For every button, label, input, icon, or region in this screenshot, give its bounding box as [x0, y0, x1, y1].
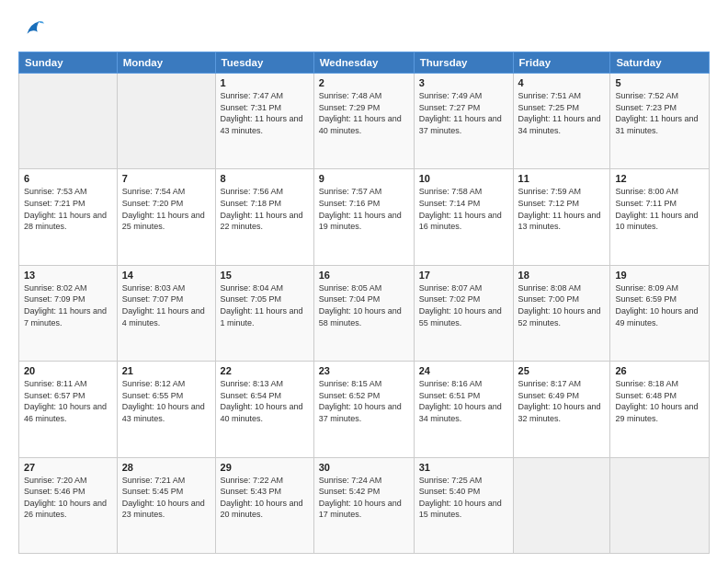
day-number: 2	[319, 77, 409, 88]
weekday-sunday: Sunday	[19, 52, 118, 74]
week-row-4: 20Sunrise: 8:11 AMSunset: 6:57 PMDayligh…	[19, 362, 710, 457]
day-number: 5	[615, 77, 704, 88]
day-info: Sunrise: 8:17 AMSunset: 6:49 PMDaylight:…	[518, 378, 606, 424]
calendar-cell	[513, 457, 610, 553]
day-info: Sunrise: 7:52 AMSunset: 7:23 PMDaylight:…	[615, 90, 704, 136]
calendar-cell: 3Sunrise: 7:49 AMSunset: 7:27 PMDaylight…	[414, 74, 513, 169]
calendar-cell: 19Sunrise: 8:09 AMSunset: 6:59 PMDayligh…	[610, 265, 710, 361]
day-number: 19	[615, 270, 704, 281]
calendar-cell: 22Sunrise: 8:13 AMSunset: 6:54 PMDayligh…	[215, 362, 313, 457]
day-info: Sunrise: 8:04 AMSunset: 7:05 PMDaylight:…	[221, 282, 309, 328]
weekday-thursday: Thursday	[414, 52, 513, 74]
day-number: 8	[221, 173, 309, 184]
day-number: 26	[615, 365, 704, 376]
day-info: Sunrise: 7:48 AMSunset: 7:29 PMDaylight:…	[319, 90, 409, 136]
week-row-3: 13Sunrise: 8:02 AMSunset: 7:09 PMDayligh…	[19, 265, 710, 361]
calendar-cell: 8Sunrise: 7:56 AMSunset: 7:18 PMDaylight…	[215, 169, 313, 265]
calendar-cell: 26Sunrise: 8:18 AMSunset: 6:48 PMDayligh…	[610, 362, 710, 457]
calendar-cell: 7Sunrise: 7:54 AMSunset: 7:20 PMDaylight…	[117, 169, 215, 265]
day-info: Sunrise: 7:25 AMSunset: 5:40 PMDaylight:…	[419, 475, 508, 521]
day-info: Sunrise: 8:11 AMSunset: 6:57 PMDaylight:…	[24, 378, 112, 424]
day-info: Sunrise: 7:54 AMSunset: 7:20 PMDaylight:…	[122, 186, 210, 232]
day-info: Sunrise: 7:56 AMSunset: 7:18 PMDaylight:…	[221, 186, 309, 232]
calendar-cell: 28Sunrise: 7:21 AMSunset: 5:45 PMDayligh…	[117, 457, 215, 553]
calendar-cell: 17Sunrise: 8:07 AMSunset: 7:02 PMDayligh…	[414, 265, 513, 361]
day-number: 23	[319, 365, 409, 376]
day-info: Sunrise: 7:49 AMSunset: 7:27 PMDaylight:…	[419, 90, 508, 136]
day-info: Sunrise: 7:53 AMSunset: 7:21 PMDaylight:…	[24, 186, 112, 232]
calendar-cell: 29Sunrise: 7:22 AMSunset: 5:43 PMDayligh…	[215, 457, 313, 553]
calendar-cell: 25Sunrise: 8:17 AMSunset: 6:49 PMDayligh…	[513, 362, 610, 457]
day-number: 14	[122, 270, 210, 281]
calendar-cell: 16Sunrise: 8:05 AMSunset: 7:04 PMDayligh…	[313, 265, 414, 361]
weekday-header-row: SundayMondayTuesdayWednesdayThursdayFrid…	[19, 52, 710, 74]
logo-bird-icon	[20, 17, 46, 42]
day-number: 12	[615, 173, 704, 184]
day-info: Sunrise: 7:51 AMSunset: 7:25 PMDaylight:…	[518, 90, 606, 136]
day-number: 9	[319, 173, 409, 184]
calendar-cell: 15Sunrise: 8:04 AMSunset: 7:05 PMDayligh…	[215, 265, 313, 361]
day-number: 25	[518, 365, 606, 376]
day-number: 3	[419, 77, 508, 88]
day-number: 27	[24, 462, 112, 473]
calendar-cell: 30Sunrise: 7:24 AMSunset: 5:42 PMDayligh…	[313, 457, 414, 553]
day-info: Sunrise: 7:57 AMSunset: 7:16 PMDaylight:…	[319, 186, 409, 232]
weekday-tuesday: Tuesday	[215, 52, 313, 74]
day-info: Sunrise: 8:18 AMSunset: 6:48 PMDaylight:…	[615, 378, 704, 424]
calendar-cell: 23Sunrise: 8:15 AMSunset: 6:52 PMDayligh…	[313, 362, 414, 457]
day-info: Sunrise: 8:13 AMSunset: 6:54 PMDaylight:…	[221, 378, 309, 424]
day-info: Sunrise: 7:47 AMSunset: 7:31 PMDaylight:…	[221, 90, 309, 136]
day-number: 22	[221, 365, 309, 376]
calendar-cell: 11Sunrise: 7:59 AMSunset: 7:12 PMDayligh…	[513, 169, 610, 265]
weekday-monday: Monday	[117, 52, 215, 74]
day-number: 15	[221, 270, 309, 281]
calendar-cell: 4Sunrise: 7:51 AMSunset: 7:25 PMDaylight…	[513, 74, 610, 169]
day-info: Sunrise: 8:16 AMSunset: 6:51 PMDaylight:…	[419, 378, 508, 424]
day-number: 11	[518, 173, 606, 184]
calendar-cell: 20Sunrise: 8:11 AMSunset: 6:57 PMDayligh…	[19, 362, 118, 457]
day-info: Sunrise: 8:12 AMSunset: 6:55 PMDaylight:…	[122, 378, 210, 424]
day-number: 21	[122, 365, 210, 376]
week-row-1: 1Sunrise: 7:47 AMSunset: 7:31 PMDaylight…	[19, 74, 710, 169]
calendar-cell: 2Sunrise: 7:48 AMSunset: 7:29 PMDaylight…	[313, 74, 414, 169]
day-number: 30	[319, 462, 409, 473]
day-number: 18	[518, 270, 606, 281]
calendar-cell	[19, 74, 118, 169]
calendar-cell: 5Sunrise: 7:52 AMSunset: 7:23 PMDaylight…	[610, 74, 710, 169]
day-number: 13	[24, 270, 112, 281]
calendar-cell: 31Sunrise: 7:25 AMSunset: 5:40 PMDayligh…	[414, 457, 513, 553]
calendar-cell: 18Sunrise: 8:08 AMSunset: 7:00 PMDayligh…	[513, 265, 610, 361]
day-info: Sunrise: 8:08 AMSunset: 7:00 PMDaylight:…	[518, 282, 606, 328]
week-row-2: 6Sunrise: 7:53 AMSunset: 7:21 PMDaylight…	[19, 169, 710, 265]
day-number: 1	[221, 77, 309, 88]
day-info: Sunrise: 7:22 AMSunset: 5:43 PMDaylight:…	[221, 475, 309, 521]
weekday-wednesday: Wednesday	[313, 52, 414, 74]
day-number: 16	[319, 270, 409, 281]
calendar-cell: 14Sunrise: 8:03 AMSunset: 7:07 PMDayligh…	[117, 265, 215, 361]
day-info: Sunrise: 8:07 AMSunset: 7:02 PMDaylight:…	[419, 282, 508, 328]
day-info: Sunrise: 7:24 AMSunset: 5:42 PMDaylight:…	[319, 475, 409, 521]
day-number: 10	[419, 173, 508, 184]
header	[18, 17, 710, 42]
calendar-cell: 24Sunrise: 8:16 AMSunset: 6:51 PMDayligh…	[414, 362, 513, 457]
day-number: 6	[24, 173, 112, 184]
calendar-cell: 21Sunrise: 8:12 AMSunset: 6:55 PMDayligh…	[117, 362, 215, 457]
day-info: Sunrise: 8:00 AMSunset: 7:11 PMDaylight:…	[615, 186, 704, 232]
day-info: Sunrise: 8:02 AMSunset: 7:09 PMDaylight:…	[24, 282, 112, 328]
day-info: Sunrise: 7:20 AMSunset: 5:46 PMDaylight:…	[24, 475, 112, 521]
day-number: 7	[122, 173, 210, 184]
day-number: 4	[518, 77, 606, 88]
day-info: Sunrise: 7:59 AMSunset: 7:12 PMDaylight:…	[518, 186, 606, 232]
week-row-5: 27Sunrise: 7:20 AMSunset: 5:46 PMDayligh…	[19, 457, 710, 553]
day-number: 24	[419, 365, 508, 376]
day-info: Sunrise: 8:03 AMSunset: 7:07 PMDaylight:…	[122, 282, 210, 328]
weekday-saturday: Saturday	[610, 52, 710, 74]
calendar-cell: 10Sunrise: 7:58 AMSunset: 7:14 PMDayligh…	[414, 169, 513, 265]
day-number: 17	[419, 270, 508, 281]
day-number: 31	[419, 462, 508, 473]
calendar-cell: 13Sunrise: 8:02 AMSunset: 7:09 PMDayligh…	[19, 265, 118, 361]
page: SundayMondayTuesdayWednesdayThursdayFrid…	[0, 0, 728, 563]
calendar-cell: 9Sunrise: 7:57 AMSunset: 7:16 PMDaylight…	[313, 169, 414, 265]
day-number: 28	[122, 462, 210, 473]
day-number: 29	[221, 462, 309, 473]
